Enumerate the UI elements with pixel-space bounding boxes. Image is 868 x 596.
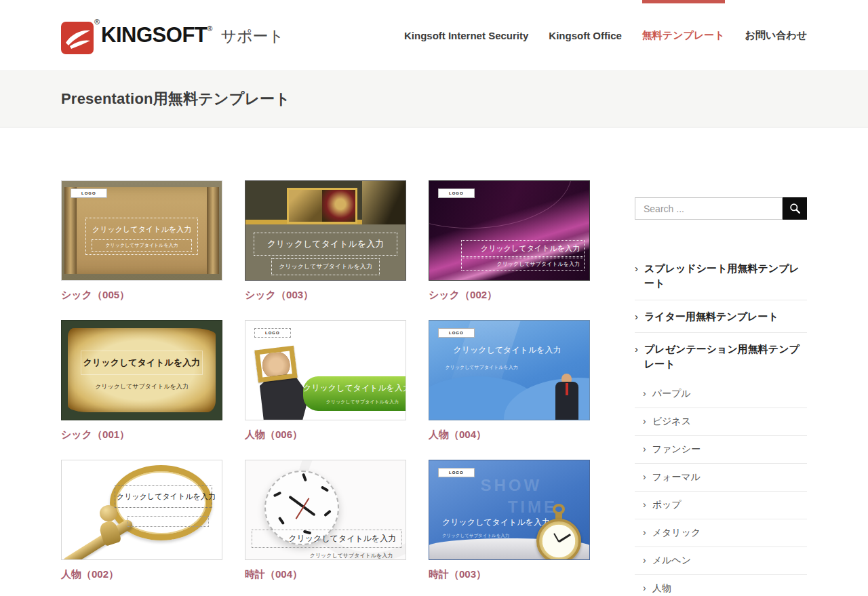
chevron-right-icon: ›: [643, 416, 646, 428]
template-card-chic-003[interactable]: クリックしてタイトルを入力 クリックしてサブタイトルを入力 シック（003）: [245, 180, 406, 302]
sidebar-item-label: ファンシー: [652, 443, 701, 456]
template-name[interactable]: 人物（002）: [61, 567, 222, 582]
sidebar-item-label: メタリック: [652, 527, 701, 539]
template-thumbnail[interactable]: クリックしてタイトルを入力 クリックしてサブタイトルを入力: [61, 320, 222, 420]
template-name[interactable]: シック（001）: [61, 427, 222, 442]
template-card-person-004[interactable]: LOGO クリックしてタイトルを入力 クリックしてサブタイトルを入力 人物（00…: [429, 320, 590, 442]
necktie-graphic: [566, 383, 568, 395]
slide-subtitle-box: [127, 516, 209, 527]
sidebar-item-purple[interactable]: › パープル: [635, 380, 807, 408]
photo-graphic: [289, 190, 322, 222]
template-name[interactable]: シック（002）: [429, 287, 590, 302]
sidebar-item-fancy[interactable]: › ファンシー: [635, 436, 807, 464]
time-watermark: TIME: [508, 498, 557, 517]
template-thumbnail[interactable]: クリックしてタイトルを入力: [61, 460, 222, 560]
slide-subtitle: クリックしてサブタイトルを入力: [461, 258, 585, 271]
chevron-right-icon: ›: [635, 309, 638, 324]
template-card-chic-005[interactable]: LOGO クリックしてタイトルを入力 クリックしてサブタイトルを入力 シック（0…: [61, 180, 222, 302]
search-button[interactable]: [783, 197, 807, 220]
template-card-chic-001[interactable]: クリックしてタイトルを入力 クリックしてサブタイトルを入力 シック（001）: [61, 320, 222, 442]
sidebar: › スプレッドシート用無料テンプレート › ライター用無料テンプレート › プレ…: [635, 197, 807, 596]
sidebar-item-business[interactable]: › ビジネス: [635, 408, 807, 436]
sidebar-item-metallic[interactable]: › メタリック: [635, 519, 807, 547]
kingsoft-logo[interactable]: ® KINGSOFT ® サポート: [61, 16, 284, 54]
main-nav: Kingsoft Internet Security Kingsoft Offi…: [384, 0, 807, 71]
template-thumbnail[interactable]: クリックしてタイトルを入力 クリックしてサブタイトルを入力: [245, 180, 406, 281]
slide-title: クリックしてタイトルを入力: [81, 351, 202, 375]
template-thumbnail[interactable]: LOGO クリックしてタイトルを入力 クリックしてサブタイトルを入力: [429, 180, 590, 281]
nav-contact[interactable]: お問い合わせ: [745, 0, 807, 71]
template-thumbnail[interactable]: LOGO クリックしてタイトルを入力 クリックしてサブタイトルを入力: [429, 320, 590, 420]
slide-subtitle: クリックしてサブタイトルを入力: [446, 364, 518, 371]
template-thumbnail[interactable]: クリックしてタイトルを入力 クリックしてサブタイトルを入力: [245, 460, 406, 560]
template-name[interactable]: 時計（004）: [245, 567, 406, 582]
pocket-watch-graphic: [536, 519, 581, 560]
template-card-person-006[interactable]: LOGO クリックしてタイトルを入力 クリックしてサブタイトルを入力 人物（00…: [245, 320, 406, 442]
clock-tick: [278, 516, 285, 524]
slide-logo-placeholder: LOGO: [438, 328, 475, 338]
template-grid: LOGO クリックしてタイトルを入力 クリックしてサブタイトルを入力 シック（0…: [61, 180, 590, 596]
clock-hand: [559, 534, 571, 542]
picture-frame-graphic: [254, 346, 297, 383]
sidebar-item-fairytale[interactable]: › メルヘン: [635, 547, 807, 575]
brand-suffix: サポート: [220, 26, 284, 47]
slide-subtitle: クリックしてサブタイトルを入力: [310, 552, 393, 559]
content-area: LOGO クリックしてタイトルを入力 クリックしてサブタイトルを入力 シック（0…: [0, 127, 868, 596]
sidebar-item-pop[interactable]: › ポップ: [635, 492, 807, 519]
sidebar-nav: › スプレッドシート用無料テンプレート › ライター用無料テンプレート › プレ…: [635, 252, 807, 596]
sidebar-item-label: パープル: [652, 388, 691, 400]
page-title-band: Presentation用無料テンプレート: [0, 71, 868, 127]
magnifier-handle-graphic: [61, 518, 134, 560]
slide-title-box: クリックしてタイトルを入力 クリックしてサブタイトルを入力: [85, 218, 197, 255]
template-name[interactable]: 人物（006）: [245, 427, 406, 442]
sidebar-item-label: スプレッドシート用無料テンプレート: [644, 261, 807, 291]
brand-name: KINGSOFT: [101, 23, 207, 47]
chevron-right-icon: ›: [643, 471, 646, 483]
sidebar-item-spreadsheet-templates[interactable]: › スプレッドシート用無料テンプレート: [635, 252, 807, 300]
slide-subtitle: クリックしてサブタイトルを入力: [271, 258, 380, 275]
template-name[interactable]: シック（003）: [245, 287, 406, 302]
chevron-right-icon: ›: [643, 527, 646, 539]
template-card-chic-002[interactable]: LOGO クリックしてタイトルを入力 クリックしてサブタイトルを入力 シック（0…: [429, 180, 590, 302]
green-band-graphic: クリックしてタイトルを入力 クリックしてサブタイトルを入力: [303, 376, 406, 411]
photo-graphic: [322, 190, 355, 222]
page-title: Presentation用無料テンプレート: [61, 89, 290, 109]
sidebar-item-writer-templates[interactable]: › ライター用無料テンプレート: [635, 300, 807, 334]
photo-graphic: [362, 181, 406, 224]
template-card-clock-003[interactable]: LOGO SHOW TIME クリックしてタイトルを入力 クリックしてサブタイト…: [429, 460, 590, 582]
slide-subtitle: クリックしてサブタイトルを入力: [303, 399, 399, 405]
clock-tick: [273, 492, 282, 498]
template-thumbnail[interactable]: LOGO SHOW TIME クリックしてタイトルを入力 クリックしてサブタイト…: [429, 460, 590, 560]
clock-hand: [288, 496, 315, 517]
nav-kingsoft-office[interactable]: Kingsoft Office: [549, 0, 622, 71]
template-name[interactable]: 時計（003）: [429, 567, 590, 582]
template-card-person-002[interactable]: クリックしてタイトルを入力 人物（002）: [61, 460, 222, 582]
slide-title: クリックしてタイトルを入力: [461, 240, 585, 257]
sidebar-item-formal[interactable]: › フォーマル: [635, 464, 807, 492]
search-icon: [789, 203, 801, 214]
chevron-right-icon: ›: [635, 342, 638, 372]
slide-title: クリックしてタイトルを入力: [254, 233, 397, 256]
photo-strip-graphic: [287, 188, 357, 224]
slide-logo-placeholder: LOGO: [254, 328, 291, 338]
scroll-roll: [64, 187, 77, 274]
chevron-right-icon: ›: [643, 582, 646, 595]
slide-logo-placeholder: LOGO: [438, 468, 475, 477]
clock-tick: [323, 510, 332, 517]
nav-free-templates[interactable]: 無料テンプレート: [642, 0, 725, 71]
kingsoft-logo-icon: [61, 22, 94, 54]
template-card-clock-004[interactable]: クリックしてタイトルを入力 クリックしてサブタイトルを入力 時計（004）: [245, 460, 406, 582]
chevron-right-icon: ›: [643, 443, 646, 456]
template-thumbnail[interactable]: LOGO クリックしてタイトルを入力 クリックしてサブタイトルを入力: [245, 320, 406, 420]
chevron-right-icon: ›: [643, 499, 646, 511]
template-name[interactable]: シック（005）: [61, 287, 222, 302]
chevron-right-icon: ›: [635, 261, 638, 291]
sidebar-item-label: ポップ: [652, 499, 682, 511]
nav-kingsoft-internet-security[interactable]: Kingsoft Internet Security: [404, 0, 528, 71]
template-name[interactable]: 人物（004）: [429, 427, 590, 442]
slide-title: クリックしてタイトルを入力: [115, 485, 212, 508]
sidebar-item-person[interactable]: › 人物: [635, 575, 807, 596]
search-input[interactable]: [635, 197, 783, 220]
template-thumbnail[interactable]: LOGO クリックしてタイトルを入力 クリックしてサブタイトルを入力: [61, 180, 222, 281]
sidebar-item-presentation-templates[interactable]: › プレゼンテーション用無料テンプレート: [635, 333, 807, 380]
